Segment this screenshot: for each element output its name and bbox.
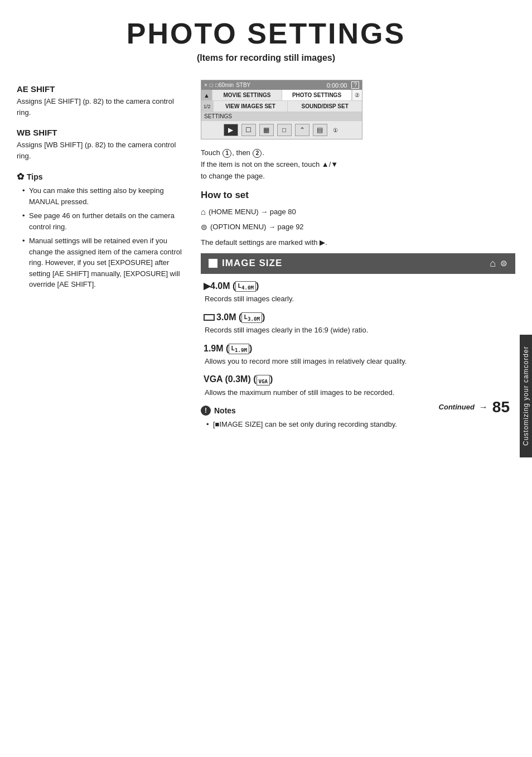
option-menu-item: ⊜ (OPTION MENU) → page 92 — [201, 221, 515, 233]
page-subtitle: (Items for recording still images) — [0, 53, 532, 63]
stby-label: STBY — [236, 82, 250, 88]
battery-icon: □ — [210, 82, 213, 88]
circle1-label: ① — [331, 127, 340, 133]
bar-home-icon: ⌂ — [490, 258, 496, 269]
continued-label: Continued — [439, 403, 475, 411]
circle2-label: ② — [352, 90, 362, 100]
home-icon: ⌂ — [201, 205, 206, 219]
home-menu-item: ⌂ (HOME MENU) → page 80 — [201, 205, 515, 219]
touch-line1-mid: , then — [232, 148, 252, 157]
tips-item-3: Manual settings will be retained even if… — [22, 235, 184, 290]
view-images-btn[interactable]: VIEW IMAGES SET — [214, 101, 288, 112]
circle1: 1 — [223, 149, 231, 158]
tips-list: You can make this setting also by keepin… — [17, 185, 184, 290]
option-vga-title: VGA (0.3M) (VGA) — [204, 374, 515, 385]
left-column: AE SHIFT Assigns [AE SHIFT] (p. 82) to t… — [17, 74, 195, 433]
option-19m-desc: Allows you to record more still images i… — [204, 356, 515, 367]
sound-disp-btn[interactable]: SOUND/DISP SET — [288, 101, 362, 112]
how-to-set-section: How to set ⌂ (HOME MENU) → page 80 ⊜ (OP… — [201, 190, 515, 233]
image-size-bar-icons: ⌂ ⊜ — [490, 258, 507, 269]
wb-shift-section: WB SHIFT Assigns [WB SHIFT] (p. 82) to t… — [17, 128, 184, 161]
sidebar-tab: Customizing your camcorder — [520, 335, 532, 457]
camera-ui-topbar: × □ □60min STBY 0:00:00 ? — [201, 80, 362, 90]
tips-heading: ✿ Tips — [17, 171, 184, 182]
option-4m: ▶4.0M (L4.0M) Records still images clear… — [201, 281, 515, 305]
option-4m-desc: Records still images clearly. — [204, 293, 515, 305]
option-3m-desc: Records still images clearly in the 16:9… — [204, 325, 515, 336]
content-area: AE SHIFT Assigns [AE SHIFT] (p. 82) to t… — [0, 74, 532, 433]
tips-label: Tips — [27, 172, 43, 181]
settings-icon-5[interactable]: ⌃ — [295, 124, 309, 136]
settings-label-text: SETTINGS — [204, 113, 232, 119]
ae-shift-heading: AE SHIFT — [17, 84, 184, 94]
notes-label: Notes — [214, 406, 236, 415]
notes-item-1: [■IMAGE SIZE] can be set only during rec… — [206, 419, 515, 430]
page-footer: Continued → 85 — [439, 398, 510, 416]
time-display: 0:00:00 — [327, 82, 347, 89]
settings-icon-2[interactable]: ☐ — [241, 124, 256, 136]
options-list: ▶4.0M (L4.0M) Records still images clear… — [201, 281, 515, 398]
how-to-set-heading: How to set — [201, 190, 515, 201]
wb-shift-heading: WB SHIFT — [17, 128, 184, 137]
touch-line1-pre: Touch — [201, 148, 222, 157]
arrow-right-icon: → — [479, 402, 488, 412]
image-size-label-group: IMAGE SIZE — [209, 258, 282, 269]
tips-section: ✿ Tips You can make this setting also by… — [17, 171, 184, 290]
notes-icon: ! — [201, 406, 211, 416]
option-icon: ⊜ — [201, 221, 207, 233]
circle2: 2 — [253, 149, 262, 158]
3m-icon: L3.0M — [241, 312, 262, 323]
home-menu-text: (HOME MENU) → page 80 — [209, 206, 296, 218]
bar-option-icon: ⊜ — [500, 258, 507, 268]
option-vga: VGA (0.3M) (VGA) Allows the maximum numb… — [201, 374, 515, 398]
settings-icon-6[interactable]: ▤ — [313, 124, 327, 136]
default-marker-4m: ▶ — [204, 281, 210, 291]
option-3m: 3.0M (L3.0M) Records still images clearl… — [201, 312, 515, 336]
4m-icon: L4.0M — [235, 281, 256, 292]
page: PHOTO SETTINGS (Items for recording stil… — [0, 0, 532, 433]
touch-line1-end: . — [262, 148, 264, 157]
close-btn[interactable]: × — [204, 82, 207, 88]
widescreen-icon — [204, 314, 215, 321]
touch-instruction: Touch 1, then 2. If the item is not on t… — [201, 147, 515, 182]
camera-ui-row-mid: 1/2 VIEW IMAGES SET SOUND/DISP SET — [201, 101, 362, 112]
movie-settings-btn[interactable]: MOVIE SETTINGS — [212, 90, 282, 100]
19m-icon: L1.9M — [229, 344, 249, 354]
option-3m-title: 3.0M (L3.0M) — [204, 312, 515, 323]
ae-shift-section: AE SHIFT Assigns [AE SHIFT] (p. 82) to t… — [17, 84, 184, 118]
image-size-bar: IMAGE SIZE ⌂ ⊜ — [201, 253, 515, 274]
default-settings-text: The default settings are marked with ▶. — [201, 238, 515, 247]
vga-icon: VGA — [257, 375, 270, 385]
option-menu-text: (OPTION MENU) → page 92 — [210, 221, 304, 233]
camera-ui: × □ □60min STBY 0:00:00 ? ▲ MOVIE SETTIN… — [201, 80, 362, 139]
image-size-square-icon — [209, 259, 217, 268]
question-btn[interactable]: ? — [351, 81, 359, 89]
page-num: 1/2 — [201, 101, 214, 112]
tips-icon: ✿ — [17, 171, 24, 182]
image-size-label: IMAGE SIZE — [222, 258, 282, 269]
wb-shift-text: Assigns [WB SHIFT] (p. 82) to the camera… — [17, 139, 184, 161]
settings-icon-3[interactable]: ▦ — [259, 124, 274, 136]
notes-list: [■IMAGE SIZE] can be set only during rec… — [201, 419, 515, 430]
settings-label-bar: SETTINGS — [201, 112, 362, 120]
option-vga-desc: Allows the maximum number of still image… — [204, 387, 515, 398]
tips-item-1: You can make this setting also by keepin… — [22, 185, 184, 207]
page-number: 85 — [492, 398, 510, 416]
right-column: × □ □60min STBY 0:00:00 ? ▲ MOVIE SETTIN… — [195, 74, 515, 433]
settings-icons-row: ▶ ☐ ▦ □ ⌃ ▤ ① — [201, 120, 362, 139]
touch-line2: If the item is not on the screen, touch … — [201, 160, 338, 168]
photo-settings-btn[interactable]: PHOTO SETTINGS — [282, 90, 352, 100]
option-4m-title: ▶4.0M (L4.0M) — [204, 281, 515, 292]
page-title: PHOTO SETTINGS — [0, 0, 532, 53]
tips-item-2: See page 46 on further details on the ca… — [22, 210, 184, 232]
settings-icon-4[interactable]: □ — [277, 124, 292, 136]
settings-icon-1[interactable]: ▶ — [224, 124, 238, 136]
scroll-up-btn[interactable]: ▲ — [201, 90, 212, 100]
camera-ui-row1: ▲ MOVIE SETTINGS PHOTO SETTINGS ② — [201, 90, 362, 101]
option-19m-title: 1.9M (L1.9M) — [204, 344, 515, 354]
ae-shift-text: Assigns [AE SHIFT] (p. 82) to the camera… — [17, 96, 184, 118]
option-19m: 1.9M (L1.9M) Allows you to record more s… — [201, 344, 515, 367]
battery-label: □60min — [215, 82, 234, 88]
touch-line3: to change the page. — [201, 172, 265, 180]
